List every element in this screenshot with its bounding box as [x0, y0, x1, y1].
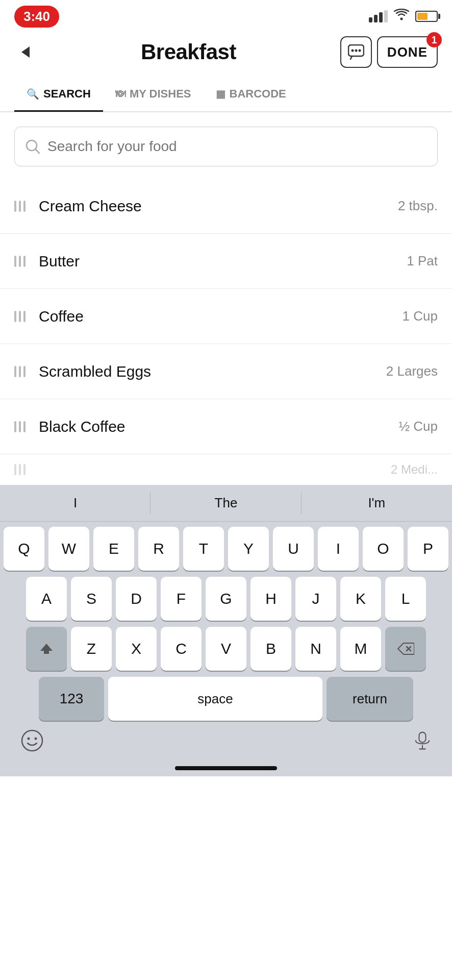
key-x[interactable]: X: [116, 627, 157, 671]
key-i[interactable]: I: [318, 527, 359, 571]
chat-button[interactable]: [340, 36, 372, 68]
food-item-scrambled-eggs[interactable]: Scrambled Eggs 2 Larges: [0, 344, 452, 399]
search-icon: [25, 139, 40, 154]
drag-handle[interactable]: [14, 256, 29, 267]
suggestion-i[interactable]: I: [0, 485, 150, 521]
key-f[interactable]: F: [161, 577, 202, 621]
status-icons: [369, 9, 438, 24]
key-u[interactable]: U: [273, 527, 314, 571]
svg-point-4: [358, 50, 361, 52]
key-b[interactable]: B: [250, 627, 291, 671]
tab-search[interactable]: 🔍 SEARCH: [14, 77, 103, 112]
tab-my-dishes[interactable]: 🍽 MY DISHES: [103, 77, 204, 112]
signal-icon: [369, 10, 388, 22]
food-item-partial: 2 Medi...: [0, 454, 452, 485]
home-indicator-wrap: [0, 766, 452, 776]
food-item-cream-cheese[interactable]: Cream Cheese 2 tbsp.: [0, 179, 452, 234]
drag-handle[interactable]: [14, 366, 29, 377]
suggestion-im[interactable]: I'm: [302, 485, 452, 521]
food-name: Scrambled Eggs: [39, 363, 376, 380]
search-container: [0, 112, 452, 172]
tab-barcode[interactable]: ▦ BARCODE: [204, 77, 298, 112]
key-row-1: Q W E R T Y U I O P: [3, 527, 449, 571]
status-bar: 3:40: [0, 0, 452, 31]
key-d[interactable]: D: [116, 577, 157, 621]
drag-handle[interactable]: [14, 421, 29, 432]
food-item-black-coffee[interactable]: Black Coffee ½ Cup: [0, 399, 452, 454]
food-amount: 1 Cup: [403, 308, 438, 324]
food-amount: 1 Pat: [407, 253, 438, 269]
key-delete[interactable]: [385, 627, 426, 671]
key-space[interactable]: space: [108, 677, 322, 721]
svg-point-5: [27, 140, 37, 151]
svg-rect-9: [419, 732, 425, 743]
done-button[interactable]: DONE 1: [377, 36, 438, 68]
back-button[interactable]: [14, 41, 37, 63]
key-k[interactable]: K: [340, 577, 381, 621]
key-r[interactable]: R: [138, 527, 179, 571]
key-numbers[interactable]: 123: [39, 677, 104, 721]
food-amount-partial: 2 Medi...: [391, 462, 438, 477]
header: Breakfast DONE 1: [0, 31, 452, 77]
key-y[interactable]: Y: [228, 527, 269, 571]
tab-search-label: SEARCH: [43, 87, 91, 101]
key-l[interactable]: L: [385, 577, 426, 621]
bottom-bar: [0, 724, 452, 766]
key-a[interactable]: A: [26, 577, 67, 621]
food-list: Cream Cheese 2 tbsp. Butter 1 Pat Coffee…: [0, 172, 452, 485]
tab-barcode-label: BARCODE: [230, 87, 286, 101]
done-badge: 1: [426, 32, 442, 47]
done-label: DONE: [387, 44, 428, 60]
food-name: Butter: [39, 253, 396, 270]
header-actions: DONE 1: [340, 36, 438, 68]
drag-handle[interactable]: [14, 311, 29, 322]
barcode-tab-icon: ▦: [216, 88, 225, 100]
key-m[interactable]: M: [340, 627, 381, 671]
dishes-tab-icon: 🍽: [115, 88, 125, 100]
page-title: Breakfast: [141, 40, 236, 64]
back-chevron-icon: [21, 46, 30, 58]
mic-button[interactable]: [413, 731, 432, 754]
key-row-4: 123 space return: [3, 677, 449, 721]
key-j[interactable]: J: [295, 577, 336, 621]
tab-my-dishes-label: MY DISHES: [130, 87, 191, 101]
keyboard-suggestions: I The I'm: [0, 485, 452, 522]
key-shift[interactable]: [26, 627, 67, 671]
key-rows: Q W E R T Y U I O P A S D F G H J K L: [0, 522, 452, 724]
key-return[interactable]: return: [327, 677, 413, 721]
key-z[interactable]: Z: [71, 627, 112, 671]
svg-point-0: [400, 18, 403, 20]
food-item-coffee[interactable]: Coffee 1 Cup: [0, 289, 452, 344]
key-t[interactable]: T: [183, 527, 224, 571]
home-indicator: [175, 766, 277, 770]
svg-point-7: [28, 738, 30, 740]
key-q[interactable]: Q: [4, 527, 44, 571]
key-o[interactable]: O: [363, 527, 404, 571]
search-input[interactable]: [47, 138, 427, 155]
svg-point-8: [35, 738, 37, 740]
key-p[interactable]: P: [408, 527, 448, 571]
key-e[interactable]: E: [93, 527, 134, 571]
keyboard: I The I'm Q W E R T Y U I O P A S D F G …: [0, 485, 452, 776]
key-s[interactable]: S: [71, 577, 112, 621]
drag-handle: [14, 464, 29, 475]
key-v[interactable]: V: [206, 627, 246, 671]
key-n[interactable]: N: [295, 627, 336, 671]
food-item-butter[interactable]: Butter 1 Pat: [0, 234, 452, 289]
key-row-2: A S D F G H J K L: [3, 577, 449, 621]
search-tab-icon: 🔍: [27, 88, 39, 100]
food-name: Black Coffee: [39, 418, 388, 435]
drag-handle[interactable]: [14, 201, 29, 212]
search-box[interactable]: [14, 127, 438, 166]
key-row-3: Z X C V B N M: [3, 627, 449, 671]
key-g[interactable]: G: [206, 577, 246, 621]
key-h[interactable]: H: [250, 577, 291, 621]
food-name: Cream Cheese: [39, 198, 388, 215]
battery-icon: [415, 11, 438, 22]
suggestion-the[interactable]: The: [150, 485, 301, 521]
food-amount: 2 tbsp.: [398, 198, 438, 214]
key-w[interactable]: W: [48, 527, 89, 571]
food-amount: 2 Larges: [386, 363, 438, 379]
key-c[interactable]: C: [161, 627, 202, 671]
emoji-button[interactable]: [20, 729, 44, 757]
